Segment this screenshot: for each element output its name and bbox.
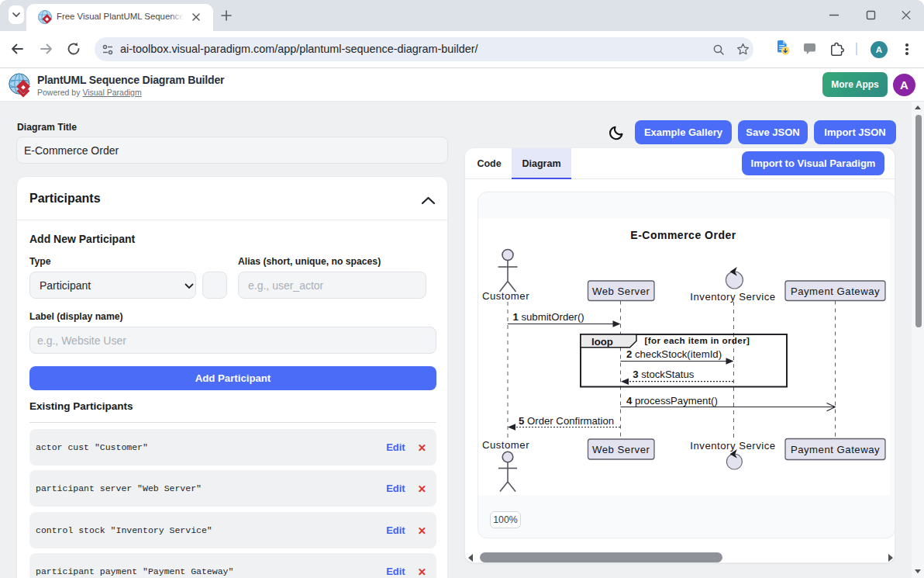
svg-text:Customer: Customer <box>482 439 529 451</box>
svg-text:Payment Gateway: Payment Gateway <box>791 286 880 297</box>
svg-text:Customer: Customer <box>482 290 529 302</box>
svg-text:loop: loop <box>591 336 613 348</box>
svg-text:Web Server: Web Server <box>592 444 650 455</box>
svg-text:Inventory Service: Inventory Service <box>690 291 775 303</box>
svg-text:[for each item in order]: [for each item in order] <box>645 335 750 345</box>
svg-text:4 processPayment(): 4 processPayment() <box>626 395 718 407</box>
svg-text:5 Order Confirmation: 5 Order Confirmation <box>519 415 614 427</box>
svg-text:Inventory Service: Inventory Service <box>690 440 775 452</box>
svg-text:1 submitOrder(): 1 submitOrder() <box>512 311 584 323</box>
svg-text:E-Commerce Order: E-Commerce Order <box>630 229 736 241</box>
svg-text:Payment Gateway: Payment Gateway <box>791 444 880 455</box>
svg-text:3 stockStatus: 3 stockStatus <box>633 369 695 380</box>
svg-text:2 checkStock(itemId): 2 checkStock(itemId) <box>626 348 722 360</box>
svg-text:Web Server: Web Server <box>592 286 650 297</box>
